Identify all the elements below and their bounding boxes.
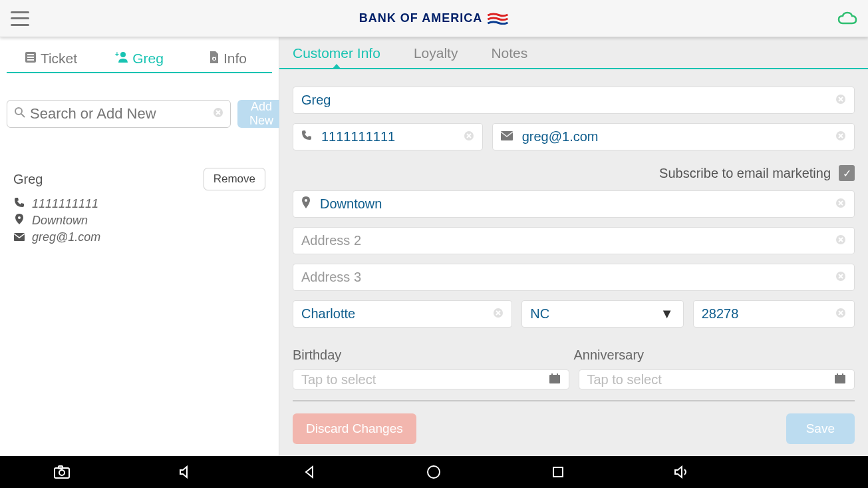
address3-field[interactable]: Address 3 [293,264,855,291]
svg-rect-13 [14,233,25,241]
address1-field[interactable]: Downtown [293,190,855,218]
recent-icon[interactable] [549,463,567,481]
list-icon [25,51,37,67]
camera-icon[interactable] [53,463,71,481]
tab-ticket-label: Ticket [41,51,77,67]
state-value: NC [530,306,674,322]
svg-point-12 [18,216,21,219]
email-field[interactable]: greg@1.com [492,123,855,150]
address2-field[interactable]: Address 2 [293,227,855,254]
main-panel: Customer Info Loyalty Notes Greg 1111111… [279,37,868,456]
phone-icon [13,197,25,211]
svg-rect-16 [501,131,513,140]
clear-icon[interactable] [835,94,846,107]
nav-spacer [797,463,815,481]
tab-customer[interactable]: + Greg [95,45,184,72]
svg-rect-26 [557,373,558,376]
birthday-label: Birthday [293,348,574,363]
clear-icon[interactable] [835,271,846,284]
name-field[interactable]: Greg [293,87,855,114]
zip-field[interactable]: 28278 [693,300,855,328]
clear-icon[interactable] [464,130,474,144]
svg-rect-1 [27,54,34,55]
zip-value: 28278 [702,306,835,322]
phone-value: 1111111111 [321,129,464,144]
person-add-icon: + [115,51,128,67]
birthday-placeholder: Tap to select [301,372,376,387]
city-value: Charlotte [301,306,493,322]
calendar-icon [834,372,846,387]
anniversary-label: Anniversary [574,348,855,363]
summary-email: greg@1.com [32,230,100,244]
search-input[interactable] [30,105,213,122]
subscribe-checkbox[interactable]: ✓ [839,165,855,181]
svg-rect-34 [553,467,563,477]
svg-rect-7 [214,58,215,60]
phone-icon [301,130,312,144]
remove-button[interactable]: Remove [204,168,265,190]
svg-rect-8 [214,57,215,57]
file-icon [209,51,219,67]
save-button[interactable]: Save [786,413,855,444]
search-input-wrap[interactable] [7,100,231,128]
summary-phone: 1111111111 [32,197,98,211]
back-icon[interactable] [301,463,319,481]
address3-placeholder: Address 3 [301,270,835,285]
svg-rect-3 [27,59,34,61]
search-icon [14,107,26,122]
svg-rect-28 [837,373,838,376]
discard-button[interactable]: Discard Changes [293,413,416,444]
clear-icon[interactable] [213,107,223,121]
android-navbar [0,456,868,488]
tab-loyalty[interactable]: Loyalty [414,45,458,68]
sidebar: Ticket + Greg Info [0,37,279,456]
svg-text:+: + [115,51,119,58]
email-value: greg@1.com [522,129,835,144]
brand-text: BANK OF AMERICA [359,11,482,25]
pin-icon [301,196,311,212]
clear-icon[interactable] [493,308,504,321]
anniversary-field[interactable]: Tap to select [579,369,855,389]
clear-icon[interactable] [835,198,846,211]
brand-logo: BANK OF AMERICA [359,11,509,25]
svg-rect-24 [549,375,560,383]
mail-icon [13,230,25,244]
volume-up-icon[interactable] [673,463,690,481]
summary-name: Greg [13,172,43,187]
cloud-icon[interactable] [837,11,857,26]
svg-rect-27 [835,375,845,383]
birthday-field[interactable]: Tap to select [293,369,569,389]
svg-rect-29 [842,373,843,376]
city-field[interactable]: Charlotte [293,300,512,328]
add-new-button[interactable]: Add New [237,100,285,128]
svg-line-10 [21,114,25,117]
menu-icon[interactable] [11,11,29,26]
subscribe-label: Subscribe to email marketing [659,166,831,181]
name-value: Greg [301,93,835,108]
pin-icon [13,214,25,228]
summary-address: Downtown [32,214,88,228]
side-tabs: Ticket + Greg Info [7,45,272,73]
customer-summary: Greg Remove 1111111111 Downtown greg@1.c… [7,168,272,244]
clear-icon[interactable] [835,308,846,321]
tab-info[interactable]: Info [184,45,272,72]
brand-flag-icon [486,13,509,25]
svg-point-9 [15,108,22,115]
tab-info-label: Info [223,51,247,67]
clear-icon[interactable] [835,130,846,144]
clear-icon[interactable] [835,234,846,248]
app-bar: BANK OF AMERICA [0,0,868,37]
main-tabs: Customer Info Loyalty Notes [279,37,868,69]
svg-point-4 [120,52,126,57]
tab-notes[interactable]: Notes [491,45,527,68]
home-icon[interactable] [425,463,442,481]
volume-down-icon[interactable] [178,463,195,481]
mail-icon [501,130,513,144]
address2-placeholder: Address 2 [301,233,835,248]
svg-point-31 [59,470,65,475]
tab-ticket[interactable]: Ticket [7,45,95,72]
phone-field[interactable]: 1111111111 [293,123,483,150]
tab-customer-info[interactable]: Customer Info [293,45,380,68]
tab-customer-label: Greg [132,51,164,67]
state-select[interactable]: NC ▼ [521,300,683,328]
